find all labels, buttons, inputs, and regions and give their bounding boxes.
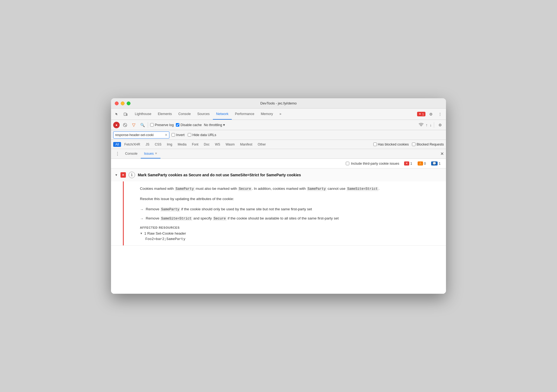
resource-value: Foo2=bar2;SameParty bbox=[145, 237, 438, 241]
type-filter-fetch-xhr[interactable]: Fetch/XHR bbox=[122, 142, 142, 147]
error-x-icon: ✕ bbox=[419, 112, 421, 116]
panel-close-icon[interactable]: ✕ bbox=[440, 151, 444, 156]
invert-checkbox[interactable]: Invert bbox=[172, 133, 184, 137]
code-samesite-strict-bullet: SameSite=Strict bbox=[160, 217, 193, 221]
issue-header[interactable]: ▼ ✕ 1 Mark SameParty cookies as Secure a… bbox=[111, 168, 446, 181]
type-filter-font[interactable]: Font bbox=[190, 142, 200, 147]
device-icon[interactable] bbox=[122, 110, 129, 118]
type-filter-wasm[interactable]: Wasm bbox=[223, 142, 237, 147]
type-filter-js[interactable]: JS bbox=[143, 142, 152, 147]
filter-clear-button[interactable]: ✕ bbox=[165, 133, 167, 137]
tab-bar-right: ✕ 1 ⚙ ⋮ bbox=[417, 110, 444, 118]
resource-item[interactable]: ▼ 1 Raw Set-Cookie header bbox=[140, 231, 438, 235]
more-options-icon[interactable]: ⋮ bbox=[436, 110, 444, 118]
devtools-window: DevTools - jec.fyi/demo bbox=[111, 98, 446, 294]
tab-network[interactable]: Network bbox=[213, 109, 232, 120]
cursor-icon[interactable] bbox=[113, 110, 121, 118]
record-button[interactable]: ● bbox=[113, 122, 120, 128]
issue-group-sameparty: ▼ ✕ 1 Mark SameParty cookies as Secure a… bbox=[111, 168, 446, 246]
network-settings-icon[interactable]: ⚙ bbox=[436, 121, 444, 129]
settings-icon[interactable]: ⚙ bbox=[427, 110, 435, 118]
throttle-select[interactable]: No throttling ▾ bbox=[204, 123, 225, 127]
warning-count-badge: ⚠ 0 bbox=[416, 161, 428, 166]
issue-counts: ✕ 1 ⚠ 0 💬 1 bbox=[402, 161, 442, 166]
filter-bar: ✕ Invert Hide data URLs bbox=[111, 130, 446, 140]
tab-items: Lighthouse Elements Console Sources Netw… bbox=[132, 109, 417, 120]
type-filter-css[interactable]: CSS bbox=[153, 142, 164, 147]
filter-button[interactable]: ▽ bbox=[130, 122, 137, 128]
filter-input-container: ✕ bbox=[113, 131, 169, 138]
tab-issues-panel[interactable]: Issues ✕ bbox=[141, 149, 160, 158]
code-sameparty-bullet: SameParty bbox=[160, 207, 180, 212]
tab-performance[interactable]: Performance bbox=[232, 109, 258, 120]
issue-bullet-1: → Remove SameParty if the cookie should … bbox=[140, 206, 438, 212]
error-badge[interactable]: ✕ 1 bbox=[417, 112, 425, 116]
search-button[interactable]: 🔍 bbox=[139, 122, 146, 128]
preserve-log-checkbox[interactable]: Preserve log bbox=[150, 123, 174, 127]
code-sameparty-1: SameParty bbox=[175, 187, 195, 191]
svg-point-4 bbox=[421, 126, 421, 126]
disable-cache-checkbox[interactable]: Disable cache bbox=[176, 123, 202, 127]
traffic-lights bbox=[115, 102, 130, 105]
tab-memory[interactable]: Memory bbox=[257, 109, 276, 120]
close-button[interactable] bbox=[115, 102, 119, 105]
issue-error-icon: ✕ bbox=[120, 172, 126, 178]
title-bar: DevTools - jec.fyi/demo bbox=[111, 98, 446, 109]
devtools-content: Lighthouse Elements Console Sources Netw… bbox=[111, 109, 446, 294]
issues-panel: Include third-party cookie issues ✕ 1 ⚠ … bbox=[111, 159, 446, 294]
tab-elements[interactable]: Elements bbox=[155, 109, 175, 120]
tab-console[interactable]: Console bbox=[175, 109, 194, 120]
issue-description: Cookies marked with SameParty must also … bbox=[140, 186, 438, 192]
panel-tabs: ⋮ Console Issues ✕ ✕ bbox=[111, 149, 446, 159]
third-party-cookie-checkbox[interactable]: Include third-party cookie issues bbox=[346, 162, 399, 165]
tab-console-panel[interactable]: Console bbox=[122, 149, 141, 158]
tab-more[interactable]: » bbox=[276, 109, 285, 120]
tab-lighthouse[interactable]: Lighthouse bbox=[132, 109, 155, 120]
resource-label: 1 Raw Set-Cookie header bbox=[144, 231, 186, 235]
issue-body: Cookies marked with SameParty must also … bbox=[123, 181, 446, 245]
type-filter-bar: All Fetch/XHR JS CSS Img Media Font Doc … bbox=[111, 140, 446, 149]
svg-rect-1 bbox=[126, 114, 127, 116]
type-filter-media[interactable]: Media bbox=[176, 142, 189, 147]
hide-data-urls-checkbox[interactable]: Hide data URLs bbox=[188, 133, 216, 137]
svg-rect-0 bbox=[124, 113, 126, 116]
issue-resolve-text: Resolve this issue by updating the attri… bbox=[140, 196, 438, 202]
maximize-button[interactable] bbox=[127, 102, 130, 105]
code-secure-bullet: Secure bbox=[213, 217, 227, 221]
throttle-arrow-icon: ▾ bbox=[223, 123, 225, 127]
upload-icon[interactable]: ↑ bbox=[426, 123, 428, 127]
main-tab-bar: Lighthouse Elements Console Sources Netw… bbox=[111, 109, 446, 120]
arrow-icon-1: → bbox=[140, 207, 144, 212]
network-toolbar: ● ▽ 🔍 Preserve log Disable cache No thro… bbox=[111, 120, 446, 130]
info-count-value: 1 bbox=[439, 162, 441, 165]
code-sameparty-2: SameParty bbox=[307, 187, 327, 191]
blocked-requests-checkbox[interactable]: Blocked Requests bbox=[412, 143, 444, 146]
type-filter-ws[interactable]: WS bbox=[213, 142, 222, 147]
issue-bullet-2: → Remove SameSite=Strict and specify Sec… bbox=[140, 215, 438, 222]
wifi-icon[interactable] bbox=[419, 123, 424, 127]
issues-toolbar: Include third-party cookie issues ✕ 1 ⚠ … bbox=[111, 159, 446, 168]
type-filter-doc[interactable]: Doc bbox=[202, 142, 212, 147]
devtools-icons bbox=[113, 110, 129, 118]
arrow-icon-2: → bbox=[140, 216, 144, 222]
type-filter-all[interactable]: All bbox=[113, 142, 121, 147]
error-count-value: 1 bbox=[410, 162, 412, 165]
info-badge-icon: 💬 bbox=[431, 161, 438, 165]
filter-input[interactable] bbox=[115, 133, 164, 137]
tab-sources[interactable]: Sources bbox=[194, 109, 213, 120]
clear-button[interactable] bbox=[122, 122, 128, 128]
tab-issues-close-icon[interactable]: ✕ bbox=[155, 152, 157, 155]
has-blocked-cookies-checkbox[interactable]: Has blocked cookies bbox=[373, 143, 409, 146]
panel-menu-icon[interactable]: ⋮ bbox=[113, 151, 122, 156]
issue-title: Mark SameParty cookies as Secure and do … bbox=[138, 173, 301, 177]
download-icon[interactable]: ↓ bbox=[430, 123, 432, 127]
type-filter-other[interactable]: Other bbox=[256, 142, 268, 147]
svg-line-3 bbox=[124, 124, 126, 126]
minimize-button[interactable] bbox=[121, 102, 125, 105]
code-samesite-strict: SameSite=Strict bbox=[347, 187, 379, 191]
type-filter-manifest[interactable]: Manifest bbox=[238, 142, 254, 147]
info-count-badge: 💬 1 bbox=[430, 161, 442, 166]
error-count-badge: ✕ 1 bbox=[402, 161, 414, 166]
affected-resources-title: AFFECTED RESOURCES bbox=[140, 226, 438, 229]
type-filter-img[interactable]: Img bbox=[165, 142, 175, 147]
